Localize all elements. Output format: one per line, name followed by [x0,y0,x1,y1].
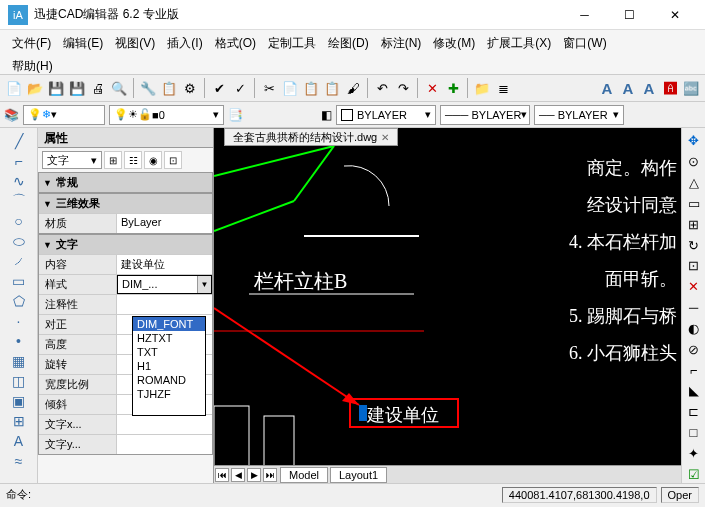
point-icon[interactable]: · [10,312,28,330]
prop-style-value[interactable]: DIM_...▼ [117,275,212,294]
save-icon[interactable]: 💾 [46,78,66,98]
prop-material-value[interactable]: ByLayer [117,214,212,233]
menu-modify[interactable]: 修改(M) [427,32,481,55]
tab-model[interactable]: Model [280,467,328,483]
style-dropdown-button[interactable]: ▼ [197,276,211,293]
mirror-icon[interactable]: △ [685,174,703,192]
text-red-icon[interactable]: 🅰 [660,78,680,98]
extend-icon[interactable]: ◐ [685,319,703,337]
region-icon[interactable]: ◫ [10,372,28,390]
redo-icon[interactable]: ↷ [393,78,413,98]
block-icon[interactable]: ▣ [10,392,28,410]
rotate-icon[interactable]: ↻ [685,236,703,254]
pline-icon[interactable]: ⌐ [10,152,28,170]
undo-icon[interactable]: ↶ [372,78,392,98]
style-option[interactable]: TXT [133,345,205,359]
menu-file[interactable]: 文件(F) [6,32,57,55]
saveall-icon[interactable]: 💾 [67,78,87,98]
menu-help[interactable]: 帮助(H) [6,55,699,78]
style-option[interactable]: H1 [133,359,205,373]
layer-dropdown[interactable]: 💡☀🔓■ 0 ▾ [109,105,224,125]
spline-icon[interactable]: ∿ [10,172,28,190]
brush-icon[interactable]: 🖌 [343,78,363,98]
prop-texty-value[interactable] [117,435,212,454]
style-option[interactable]: DIM_FONT [133,317,205,331]
tab-first-icon[interactable]: ⏮ [215,468,229,482]
file-tab[interactable]: 全套古典拱桥的结构设计.dwg ✕ [224,128,398,146]
propbar-btn4[interactable]: ⊡ [164,151,182,169]
minimize-button[interactable]: ─ [562,0,607,30]
paste-icon[interactable]: 📋 [301,78,321,98]
propbar-btn2[interactable]: ☷ [124,151,142,169]
drawing-canvas[interactable]: 全套古典拱桥的结构设计.dwg ✕ 栏杆立柱B 建设单位 商定。构作 经设计同意… [214,128,681,483]
arc-icon[interactable]: ⌒ [10,192,28,210]
menu-window[interactable]: 窗口(W) [557,32,612,55]
menu-format[interactable]: 格式(O) [209,32,262,55]
trim-icon[interactable]: ✕ [685,278,703,296]
prop-textx-value[interactable] [117,415,212,434]
ray-icon[interactable]: ⟋ [10,252,28,270]
style-option[interactable]: ROMAND [133,373,205,387]
text-a2-icon[interactable]: A [618,78,638,98]
move-icon[interactable]: ✥ [685,132,703,150]
array-icon[interactable]: ⊞ [685,215,703,233]
section-general[interactable]: ▼常规 [39,173,212,192]
propbar-btn3[interactable]: ◉ [144,151,162,169]
maximize-button[interactable]: ☐ [607,0,652,30]
layer-state-dropdown[interactable]: 💡❄▾ [23,105,105,125]
layer-tool-icon[interactable]: 📑 [228,108,243,122]
add-icon[interactable]: ✚ [443,78,463,98]
command-prompt[interactable]: 命令: [6,487,502,502]
tool-icon[interactable]: 🔧 [138,78,158,98]
menu-view[interactable]: 视图(V) [109,32,161,55]
menu-ext[interactable]: 扩展工具(X) [481,32,557,55]
offset-icon[interactable]: ▭ [685,194,703,212]
dot-icon[interactable]: • [10,332,28,350]
tab-close-icon[interactable]: ✕ [381,132,389,143]
line-icon[interactable]: ╱ [10,132,28,150]
entity-type-dropdown[interactable]: 文字▾ [42,151,102,169]
copy-icon[interactable]: 📄 [280,78,300,98]
linetype-dropdown[interactable]: ─── BYLAYER▾ [440,105,530,125]
section-text[interactable]: ▼文字 [39,235,212,254]
poly-icon[interactable]: ⬠ [10,292,28,310]
rect-icon[interactable]: ▭ [10,272,28,290]
table-icon[interactable]: ⊞ [10,412,28,430]
color-dropdown[interactable]: BYLAYER▾ [336,105,436,125]
new-icon[interactable]: 📄 [4,78,24,98]
cut-icon[interactable]: ✂ [259,78,279,98]
print-icon[interactable]: 🖨 [88,78,108,98]
layers-icon[interactable]: 📚 [4,108,19,122]
ellipse-icon[interactable]: ⬭ [10,232,28,250]
preview-icon[interactable]: 🔍 [109,78,129,98]
propbar-btn1[interactable]: ⊞ [104,151,122,169]
prop-content-value[interactable]: 建设单位 [117,255,212,274]
circle-icon[interactable]: ○ [10,212,28,230]
text-more-icon[interactable]: 🔤 [681,78,701,98]
scale-icon[interactable]: ⊡ [685,257,703,275]
close-button[interactable]: ✕ [652,0,697,30]
tab-last-icon[interactable]: ⏭ [263,468,277,482]
stretch-icon[interactable]: □ [685,424,703,442]
text-icon[interactable]: A [10,432,28,450]
layer-icon[interactable]: ≣ [493,78,513,98]
copy-icon[interactable]: ⊙ [685,153,703,171]
chamfer-icon[interactable]: ◣ [685,382,703,400]
open-icon[interactable]: 📂 [25,78,45,98]
tab-layout1[interactable]: Layout1 [330,467,387,483]
color-icon[interactable]: ◧ [321,108,332,122]
menu-edit[interactable]: 编辑(E) [57,32,109,55]
menu-custom[interactable]: 定制工具 [262,32,322,55]
style-option[interactable] [133,401,205,415]
text-a1-icon[interactable]: A [597,78,617,98]
menu-draw[interactable]: 绘图(D) [322,32,375,55]
hatch-icon[interactable]: ▦ [10,352,28,370]
section-3d[interactable]: ▼三维效果 [39,194,212,213]
menu-dim[interactable]: 标注(N) [375,32,428,55]
menu-insert[interactable]: 插入(I) [161,32,208,55]
paste2-icon[interactable]: 📋 [322,78,342,98]
lineweight-dropdown[interactable]: ── BYLAYER▾ [534,105,624,125]
tool2-icon[interactable]: ⚙ [180,78,200,98]
prop-annot-value[interactable] [117,295,212,314]
delete-icon[interactable]: ✕ [422,78,442,98]
